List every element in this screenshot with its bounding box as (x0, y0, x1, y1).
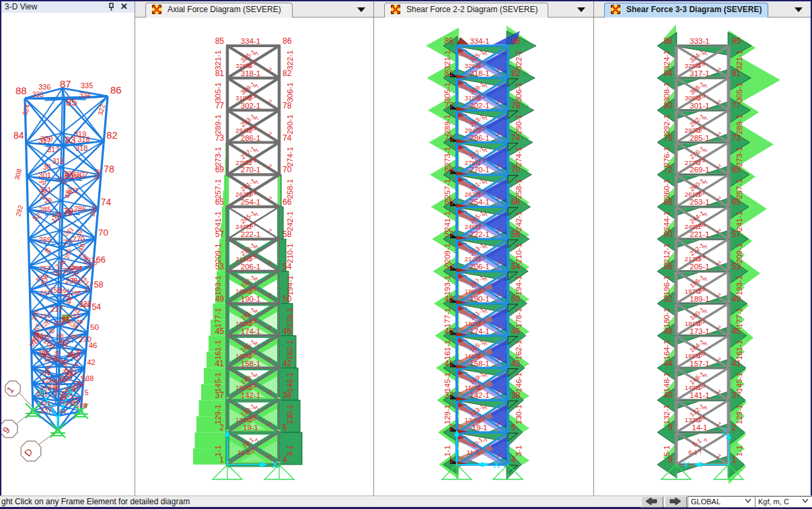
svg-text:82: 82 (511, 69, 521, 78)
svg-text:257-1: 257-1 (735, 179, 743, 199)
svg-text:45: 45 (732, 327, 741, 336)
svg-text:197-1: 197-1 (685, 287, 701, 295)
svg-text:209-1: 209-1 (443, 244, 451, 263)
svg-text:134-1: 134-1 (235, 416, 252, 423)
svg-text:Λ: Λ (255, 179, 259, 185)
svg-text:205: 205 (81, 302, 91, 308)
svg-text:321-1: 321-1 (443, 50, 451, 69)
svg-text:174: 174 (73, 380, 84, 388)
svg-text:70: 70 (511, 165, 521, 174)
svg-text:242-1: 242-1 (515, 211, 523, 231)
svg-text:5: 5 (283, 423, 287, 432)
svg-text:253: 253 (40, 264, 50, 271)
svg-text:141: 141 (40, 399, 51, 407)
svg-text:19-1: 19-1 (472, 423, 487, 432)
svg-text:277-1: 277-1 (685, 159, 701, 166)
svg-text:37: 37 (215, 391, 225, 400)
svg-text:158-1: 158-1 (470, 360, 489, 368)
svg-text:238: 238 (71, 289, 81, 296)
svg-text:73: 73 (445, 133, 454, 143)
svg-text:126: 126 (42, 376, 54, 384)
svg-text:201: 201 (72, 173, 82, 180)
svg-text:258-1: 258-1 (286, 179, 294, 199)
svg-text:193-1: 193-1 (443, 275, 451, 295)
svg-text:3-1: 3-1 (515, 445, 523, 456)
svg-text:Λ: Λ (704, 50, 708, 57)
svg-text:321-1: 321-1 (735, 50, 743, 69)
svg-text:86: 86 (511, 36, 521, 46)
svg-text:206-1: 206-1 (241, 263, 260, 271)
svg-text:145-1: 145-1 (214, 372, 222, 392)
svg-text:86: 86 (283, 36, 292, 46)
svg-text:254-1: 254-1 (241, 198, 260, 206)
svg-text:66: 66 (283, 197, 292, 207)
svg-text:Λ: Λ (255, 341, 259, 347)
svg-text:Λ: Λ (255, 372, 259, 378)
svg-text:134-1: 134-1 (465, 416, 481, 423)
svg-text:210-1: 210-1 (286, 244, 294, 263)
svg-text:294-1: 294-1 (235, 127, 252, 134)
svg-text:253-1: 253-1 (690, 198, 709, 206)
svg-text:35: 35 (67, 351, 75, 359)
svg-text:190-1: 190-1 (470, 295, 489, 303)
svg-text:324: 324 (21, 103, 31, 116)
svg-text:206: 206 (68, 333, 79, 340)
svg-text:61: 61 (59, 407, 67, 415)
svg-text:321-1: 321-1 (214, 50, 222, 69)
svg-text:158-1: 158-1 (241, 360, 260, 368)
svg-text:50: 50 (90, 323, 100, 332)
svg-text:173-1: 173-1 (690, 327, 709, 335)
svg-text:Λ: Λ (484, 211, 488, 217)
svg-text:205-1: 205-1 (690, 263, 709, 271)
svg-text:336: 336 (38, 83, 50, 91)
svg-text:210-1: 210-1 (515, 244, 523, 263)
svg-text:1: 1 (449, 455, 453, 465)
svg-text:145-1: 145-1 (735, 372, 743, 392)
svg-text:1-1: 1-1 (735, 445, 743, 456)
svg-text:65: 65 (445, 197, 454, 207)
svg-text:262-1: 262-1 (235, 191, 252, 198)
svg-text:334-1: 334-1 (241, 37, 260, 45)
svg-text:38: 38 (511, 391, 521, 400)
svg-text:Λ: Λ (255, 244, 259, 250)
svg-text:254-1: 254-1 (470, 198, 489, 206)
svg-text:217: 217 (50, 305, 63, 313)
svg-text:142-1: 142-1 (470, 391, 489, 399)
svg-text:X: X (493, 459, 500, 470)
svg-text:42: 42 (87, 358, 96, 366)
svg-text:285-1: 285-1 (690, 134, 709, 142)
svg-text:Λ: Λ (484, 147, 488, 154)
svg-text:257-1: 257-1 (443, 179, 451, 199)
svg-text:150-1: 150-1 (235, 384, 252, 391)
svg-text:40: 40 (664, 391, 673, 400)
svg-text:290-1: 290-1 (515, 114, 523, 134)
svg-text:326-1: 326-1 (465, 62, 481, 69)
svg-text:129-1: 129-1 (735, 405, 743, 424)
svg-text:306-1: 306-1 (286, 82, 294, 102)
svg-text:158: 158 (50, 287, 61, 294)
svg-text:88: 88 (15, 85, 27, 96)
svg-text:161-1: 161-1 (735, 340, 743, 360)
svg-text:302-1: 302-1 (241, 102, 260, 110)
svg-text:81: 81 (732, 69, 741, 78)
svg-text:85: 85 (445, 36, 454, 46)
svg-text:274-1: 274-1 (515, 147, 523, 166)
svg-text:77: 77 (732, 101, 741, 110)
svg-text:222-1: 222-1 (470, 230, 489, 238)
svg-text:289-1: 289-1 (443, 114, 451, 134)
svg-text:Λ: Λ (704, 179, 708, 185)
svg-text:57: 57 (445, 230, 454, 239)
svg-text:85: 85 (215, 36, 225, 46)
svg-text:Λ: Λ (484, 437, 488, 443)
svg-text:309-1: 309-1 (685, 94, 701, 102)
svg-text:322-1: 322-1 (286, 50, 294, 69)
svg-text:193-1: 193-1 (735, 275, 743, 295)
svg-text:133-1: 133-1 (685, 416, 701, 423)
svg-text:318: 318 (75, 144, 87, 152)
svg-text:80: 80 (664, 101, 673, 110)
svg-text:246-1: 246-1 (465, 223, 481, 230)
svg-text:Λ: Λ (704, 405, 708, 411)
svg-text:301: 301 (39, 171, 51, 179)
svg-text:52: 52 (54, 269, 62, 277)
svg-text:Λ: Λ (255, 83, 259, 89)
